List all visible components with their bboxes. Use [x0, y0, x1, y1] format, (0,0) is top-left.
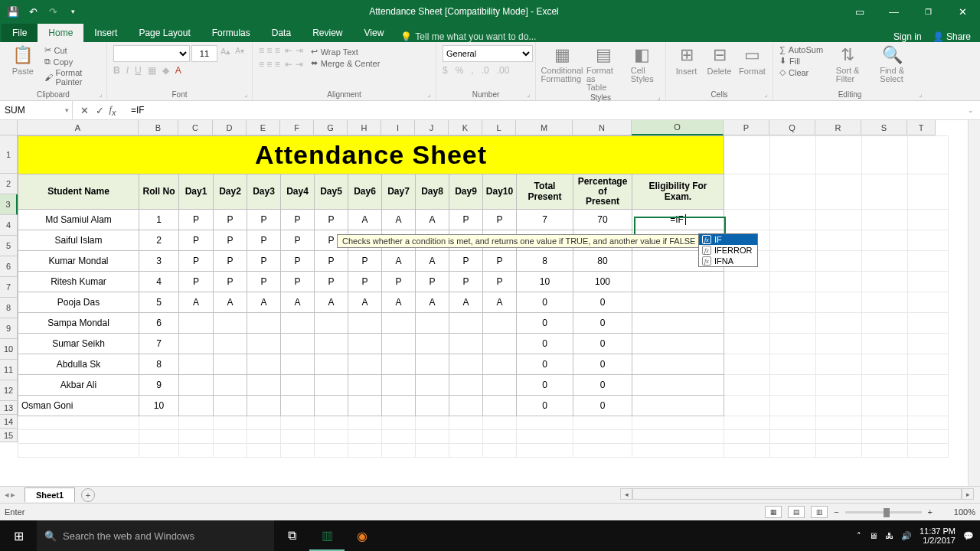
sheet-title-cell[interactable]: Attendance Sheet	[18, 136, 724, 174]
data-cell[interactable]: A	[416, 251, 449, 272]
format-cells-button[interactable]: ▭Format	[738, 45, 766, 76]
data-cell[interactable]	[179, 375, 214, 396]
ribbon-options-icon[interactable]: ▭	[842, 0, 877, 23]
data-cell[interactable]: 0	[573, 354, 632, 375]
cut-button[interactable]: ✂Cut	[44, 45, 100, 55]
data-cell[interactable]: A	[382, 292, 416, 313]
data-cell[interactable]	[632, 313, 724, 334]
sort-filter-button[interactable]: ⇅Sort &Filter	[828, 45, 867, 83]
data-cell[interactable]: P	[281, 210, 315, 230]
sheet-tab-sheet1[interactable]: Sheet1	[24, 487, 75, 502]
data-cell[interactable]	[449, 396, 483, 416]
data-cell[interactable]	[483, 354, 517, 375]
data-cell[interactable]: 0	[517, 396, 573, 416]
data-cell[interactable]: P	[281, 272, 315, 292]
data-cell[interactable]: 5	[139, 292, 179, 313]
data-cell[interactable]: =IF	[632, 210, 724, 230]
header-cell[interactable]: Day5	[315, 174, 348, 210]
data-cell[interactable]	[348, 396, 382, 416]
save-icon[interactable]: 💾	[5, 3, 21, 20]
header-cell[interactable]: Roll No	[139, 174, 179, 210]
zoom-in-icon[interactable]: +	[928, 507, 933, 517]
data-cell[interactable]	[382, 396, 416, 416]
conditional-formatting-button[interactable]: ▦ConditionalFormatting	[542, 45, 582, 83]
expand-formula-bar-icon[interactable]: ⌄	[962, 106, 980, 114]
undo-icon[interactable]: ↶	[24, 3, 41, 20]
data-cell[interactable]: 7	[517, 210, 573, 230]
data-cell[interactable]: P	[247, 272, 281, 292]
zoom-out-icon[interactable]: −	[834, 507, 838, 517]
data-cell[interactable]: Akbar Ali	[18, 375, 139, 396]
data-cell[interactable]: Sumar Seikh	[18, 334, 139, 354]
data-cell[interactable]: P	[315, 210, 348, 230]
data-cell[interactable]: P	[315, 251, 348, 272]
autocomplete-item-iferror[interactable]: fxIFERROR	[699, 245, 757, 256]
header-cell[interactable]: Day7	[382, 174, 416, 210]
data-cell[interactable]: P	[214, 230, 247, 251]
data-cell[interactable]	[382, 334, 416, 354]
data-cell[interactable]	[348, 354, 382, 375]
data-cell[interactable]: A	[315, 292, 348, 313]
view-page-break-icon[interactable]: ▥	[811, 506, 828, 518]
data-cell[interactable]	[416, 313, 449, 334]
column-header-R[interactable]: R	[815, 120, 861, 135]
data-cell[interactable]: 80	[573, 251, 632, 272]
data-cell[interactable]	[247, 354, 281, 375]
column-header-L[interactable]: L	[482, 120, 516, 135]
row-header-5[interactable]: 5	[0, 236, 18, 256]
row-header-8[interactable]: 8	[0, 298, 18, 318]
data-cell[interactable]: 1	[139, 210, 179, 230]
data-cell[interactable]: 3	[139, 251, 179, 272]
data-cell[interactable]: 0	[573, 396, 632, 416]
view-page-layout-icon[interactable]: ▤	[788, 506, 805, 518]
data-cell[interactable]: A	[348, 292, 382, 313]
number-format-select[interactable]: General	[443, 45, 533, 62]
column-header-I[interactable]: I	[381, 120, 415, 135]
data-cell[interactable]	[281, 313, 315, 334]
row-header-9[interactable]: 9	[0, 318, 18, 339]
taskbar-search[interactable]: 🔍Search the web and Windows	[37, 520, 274, 551]
tab-formulas[interactable]: Formulas	[201, 24, 261, 42]
data-cell[interactable]: 6	[139, 313, 179, 334]
hscroll-right-icon[interactable]: ▸	[962, 488, 974, 500]
data-cell[interactable]: A	[382, 251, 416, 272]
zoom-level[interactable]: 100%	[939, 507, 975, 517]
minimize-button[interactable]: —	[877, 0, 911, 23]
data-cell[interactable]	[214, 354, 247, 375]
row-header-3[interactable]: 3	[0, 194, 18, 215]
data-cell[interactable]	[348, 313, 382, 334]
tray-volume-icon[interactable]: 🔊	[901, 531, 912, 541]
data-cell[interactable]: A	[348, 210, 382, 230]
comma-icon[interactable]: ,	[471, 65, 473, 76]
data-cell[interactable]	[179, 396, 214, 416]
hscroll-left-icon[interactable]: ◂	[620, 488, 632, 500]
tray-network-icon[interactable]: 🖧	[885, 531, 893, 540]
data-cell[interactable]: A	[179, 292, 214, 313]
data-cell[interactable]: 100	[573, 272, 632, 292]
formula-input[interactable]	[126, 105, 962, 116]
redo-icon[interactable]: ↷	[44, 3, 61, 20]
data-cell[interactable]: 70	[573, 210, 632, 230]
data-cell[interactable]: 0	[573, 292, 632, 313]
data-cell[interactable]	[281, 375, 315, 396]
currency-icon[interactable]: $	[443, 65, 448, 76]
italic-button[interactable]: I	[126, 65, 129, 76]
data-cell[interactable]: P	[348, 251, 382, 272]
data-cell[interactable]	[449, 354, 483, 375]
data-cell[interactable]: Pooja Das	[18, 292, 139, 313]
data-cell[interactable]	[483, 313, 517, 334]
data-cell[interactable]: A	[247, 292, 281, 313]
data-cell[interactable]	[179, 354, 214, 375]
fill-color-button[interactable]: ◆	[162, 65, 169, 76]
tray-chevron-icon[interactable]: ˄	[857, 531, 861, 541]
column-header-M[interactable]: M	[516, 120, 573, 135]
data-cell[interactable]: 0	[517, 375, 573, 396]
data-cell[interactable]	[214, 313, 247, 334]
tab-home[interactable]: Home	[38, 24, 83, 42]
data-cell[interactable]	[449, 375, 483, 396]
inc-decimal-icon[interactable]: .0	[482, 65, 489, 76]
tab-data[interactable]: Data	[261, 24, 302, 42]
taskbar-app-other[interactable]: ◉	[345, 520, 380, 551]
header-cell[interactable]: Day2	[214, 174, 247, 210]
data-cell[interactable]: P	[179, 272, 214, 292]
